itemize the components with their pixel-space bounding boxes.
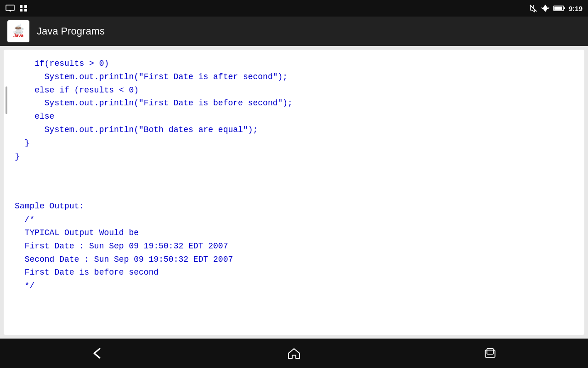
code-block: if(results > 0) System.out.println("Firs… [15, 57, 573, 163]
battery-icon [553, 5, 565, 12]
svg-rect-0 [6, 5, 14, 11]
svg-rect-10 [554, 7, 562, 10]
home-button[interactable] [276, 342, 312, 364]
home-icon [288, 347, 300, 360]
svg-rect-9 [564, 7, 565, 9]
back-button[interactable] [79, 342, 116, 364]
recents-icon [484, 347, 497, 360]
scroll-indicator [6, 86, 7, 114]
app-title: Java Programs [37, 25, 105, 37]
spacer [15, 163, 573, 200]
content-area: if(results > 0) System.out.println("Firs… [0, 46, 588, 339]
code-card[interactable]: if(results > 0) System.out.println("Firs… [4, 50, 584, 335]
status-bar-left-icons [6, 5, 28, 12]
mute-icon [529, 4, 537, 12]
status-bar: 9:19 [0, 0, 588, 17]
screen-icon [6, 5, 15, 12]
airplane-icon [541, 4, 549, 12]
svg-rect-5 [20, 9, 23, 12]
recents-button[interactable] [472, 342, 509, 364]
title-bar: ☕ Java Java Programs [0, 17, 588, 46]
svg-rect-3 [20, 5, 23, 8]
app-icon: ☕ Java [7, 20, 29, 42]
grid-icon [19, 5, 28, 12]
svg-rect-6 [24, 9, 27, 12]
back-arrow-icon [90, 347, 105, 360]
sample-output: Sample Output: /* TYPICAL Output Would b… [15, 200, 573, 293]
nav-bar [0, 339, 588, 368]
svg-rect-12 [487, 349, 493, 354]
status-bar-right-icons: 9:19 [529, 4, 582, 12]
status-time: 9:19 [569, 5, 582, 12]
sample-output-label: Sample Output: [15, 201, 84, 211]
svg-rect-4 [24, 5, 27, 8]
